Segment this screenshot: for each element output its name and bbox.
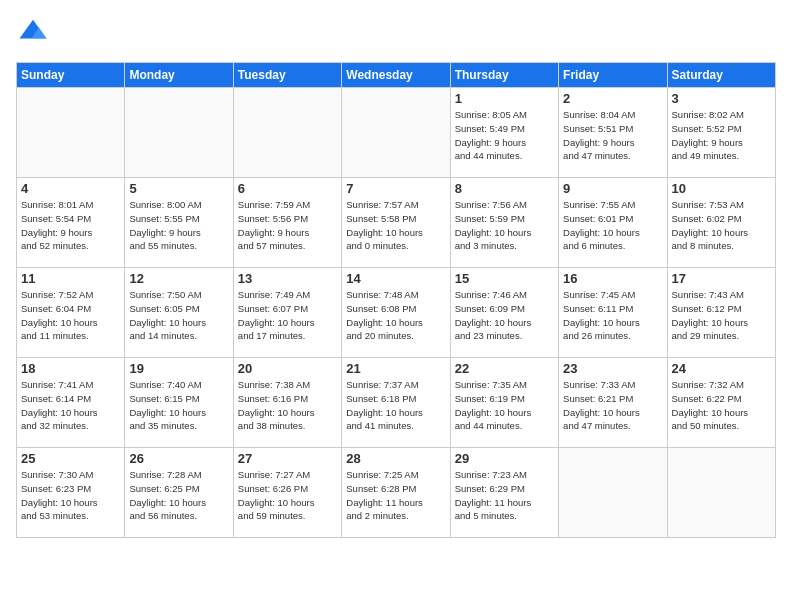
calendar-cell: 11Sunrise: 7:52 AMSunset: 6:04 PMDayligh… xyxy=(17,268,125,358)
day-number: 6 xyxy=(238,181,337,196)
day-number: 10 xyxy=(672,181,771,196)
day-info: Sunrise: 7:40 AMSunset: 6:15 PMDaylight:… xyxy=(129,378,228,433)
calendar-cell: 27Sunrise: 7:27 AMSunset: 6:26 PMDayligh… xyxy=(233,448,341,538)
day-number: 28 xyxy=(346,451,445,466)
calendar-cell xyxy=(559,448,667,538)
weekday-header: Friday xyxy=(559,63,667,88)
day-info: Sunrise: 7:35 AMSunset: 6:19 PMDaylight:… xyxy=(455,378,554,433)
day-info: Sunrise: 7:53 AMSunset: 6:02 PMDaylight:… xyxy=(672,198,771,253)
day-info: Sunrise: 7:41 AMSunset: 6:14 PMDaylight:… xyxy=(21,378,120,433)
calendar-cell: 8Sunrise: 7:56 AMSunset: 5:59 PMDaylight… xyxy=(450,178,558,268)
day-info: Sunrise: 8:01 AMSunset: 5:54 PMDaylight:… xyxy=(21,198,120,253)
day-number: 20 xyxy=(238,361,337,376)
day-number: 8 xyxy=(455,181,554,196)
calendar-week-row: 4Sunrise: 8:01 AMSunset: 5:54 PMDaylight… xyxy=(17,178,776,268)
calendar-cell: 9Sunrise: 7:55 AMSunset: 6:01 PMDaylight… xyxy=(559,178,667,268)
day-info: Sunrise: 8:04 AMSunset: 5:51 PMDaylight:… xyxy=(563,108,662,163)
logo-icon xyxy=(18,16,48,46)
day-info: Sunrise: 7:38 AMSunset: 6:16 PMDaylight:… xyxy=(238,378,337,433)
calendar-cell: 2Sunrise: 8:04 AMSunset: 5:51 PMDaylight… xyxy=(559,88,667,178)
calendar-cell: 16Sunrise: 7:45 AMSunset: 6:11 PMDayligh… xyxy=(559,268,667,358)
day-number: 22 xyxy=(455,361,554,376)
weekday-header: Wednesday xyxy=(342,63,450,88)
day-info: Sunrise: 7:52 AMSunset: 6:04 PMDaylight:… xyxy=(21,288,120,343)
day-info: Sunrise: 8:00 AMSunset: 5:55 PMDaylight:… xyxy=(129,198,228,253)
calendar-cell: 24Sunrise: 7:32 AMSunset: 6:22 PMDayligh… xyxy=(667,358,775,448)
weekday-header: Monday xyxy=(125,63,233,88)
calendar-cell: 13Sunrise: 7:49 AMSunset: 6:07 PMDayligh… xyxy=(233,268,341,358)
calendar-cell: 18Sunrise: 7:41 AMSunset: 6:14 PMDayligh… xyxy=(17,358,125,448)
calendar-cell: 25Sunrise: 7:30 AMSunset: 6:23 PMDayligh… xyxy=(17,448,125,538)
calendar-cell: 3Sunrise: 8:02 AMSunset: 5:52 PMDaylight… xyxy=(667,88,775,178)
day-number: 7 xyxy=(346,181,445,196)
day-info: Sunrise: 7:46 AMSunset: 6:09 PMDaylight:… xyxy=(455,288,554,343)
weekday-header: Tuesday xyxy=(233,63,341,88)
day-number: 14 xyxy=(346,271,445,286)
day-info: Sunrise: 7:28 AMSunset: 6:25 PMDaylight:… xyxy=(129,468,228,523)
day-info: Sunrise: 7:43 AMSunset: 6:12 PMDaylight:… xyxy=(672,288,771,343)
day-info: Sunrise: 8:05 AMSunset: 5:49 PMDaylight:… xyxy=(455,108,554,163)
page-header xyxy=(16,16,776,50)
day-number: 12 xyxy=(129,271,228,286)
day-info: Sunrise: 7:27 AMSunset: 6:26 PMDaylight:… xyxy=(238,468,337,523)
calendar-cell: 26Sunrise: 7:28 AMSunset: 6:25 PMDayligh… xyxy=(125,448,233,538)
day-number: 4 xyxy=(21,181,120,196)
calendar-cell: 29Sunrise: 7:23 AMSunset: 6:29 PMDayligh… xyxy=(450,448,558,538)
day-info: Sunrise: 7:45 AMSunset: 6:11 PMDaylight:… xyxy=(563,288,662,343)
weekday-header-row: SundayMondayTuesdayWednesdayThursdayFrid… xyxy=(17,63,776,88)
day-info: Sunrise: 7:25 AMSunset: 6:28 PMDaylight:… xyxy=(346,468,445,523)
day-info: Sunrise: 7:33 AMSunset: 6:21 PMDaylight:… xyxy=(563,378,662,433)
day-number: 11 xyxy=(21,271,120,286)
day-number: 16 xyxy=(563,271,662,286)
calendar-cell: 12Sunrise: 7:50 AMSunset: 6:05 PMDayligh… xyxy=(125,268,233,358)
day-number: 25 xyxy=(21,451,120,466)
calendar-cell: 5Sunrise: 8:00 AMSunset: 5:55 PMDaylight… xyxy=(125,178,233,268)
day-info: Sunrise: 7:48 AMSunset: 6:08 PMDaylight:… xyxy=(346,288,445,343)
day-number: 27 xyxy=(238,451,337,466)
calendar-week-row: 18Sunrise: 7:41 AMSunset: 6:14 PMDayligh… xyxy=(17,358,776,448)
calendar-cell: 7Sunrise: 7:57 AMSunset: 5:58 PMDaylight… xyxy=(342,178,450,268)
day-number: 1 xyxy=(455,91,554,106)
day-info: Sunrise: 7:57 AMSunset: 5:58 PMDaylight:… xyxy=(346,198,445,253)
weekday-header: Saturday xyxy=(667,63,775,88)
calendar-week-row: 11Sunrise: 7:52 AMSunset: 6:04 PMDayligh… xyxy=(17,268,776,358)
day-number: 29 xyxy=(455,451,554,466)
day-number: 3 xyxy=(672,91,771,106)
day-number: 15 xyxy=(455,271,554,286)
calendar-cell: 14Sunrise: 7:48 AMSunset: 6:08 PMDayligh… xyxy=(342,268,450,358)
day-info: Sunrise: 7:50 AMSunset: 6:05 PMDaylight:… xyxy=(129,288,228,343)
day-info: Sunrise: 7:59 AMSunset: 5:56 PMDaylight:… xyxy=(238,198,337,253)
calendar-cell: 23Sunrise: 7:33 AMSunset: 6:21 PMDayligh… xyxy=(559,358,667,448)
day-number: 17 xyxy=(672,271,771,286)
day-info: Sunrise: 7:49 AMSunset: 6:07 PMDaylight:… xyxy=(238,288,337,343)
calendar-cell xyxy=(125,88,233,178)
calendar-cell: 17Sunrise: 7:43 AMSunset: 6:12 PMDayligh… xyxy=(667,268,775,358)
calendar-cell: 4Sunrise: 8:01 AMSunset: 5:54 PMDaylight… xyxy=(17,178,125,268)
logo xyxy=(16,16,52,50)
calendar-cell: 28Sunrise: 7:25 AMSunset: 6:28 PMDayligh… xyxy=(342,448,450,538)
day-info: Sunrise: 7:56 AMSunset: 5:59 PMDaylight:… xyxy=(455,198,554,253)
calendar-cell: 19Sunrise: 7:40 AMSunset: 6:15 PMDayligh… xyxy=(125,358,233,448)
day-number: 5 xyxy=(129,181,228,196)
day-info: Sunrise: 7:30 AMSunset: 6:23 PMDaylight:… xyxy=(21,468,120,523)
calendar-cell: 21Sunrise: 7:37 AMSunset: 6:18 PMDayligh… xyxy=(342,358,450,448)
day-info: Sunrise: 7:55 AMSunset: 6:01 PMDaylight:… xyxy=(563,198,662,253)
day-number: 18 xyxy=(21,361,120,376)
weekday-header: Sunday xyxy=(17,63,125,88)
calendar-cell: 22Sunrise: 7:35 AMSunset: 6:19 PMDayligh… xyxy=(450,358,558,448)
day-number: 13 xyxy=(238,271,337,286)
calendar-cell: 20Sunrise: 7:38 AMSunset: 6:16 PMDayligh… xyxy=(233,358,341,448)
day-number: 24 xyxy=(672,361,771,376)
calendar-cell xyxy=(17,88,125,178)
calendar-cell: 10Sunrise: 7:53 AMSunset: 6:02 PMDayligh… xyxy=(667,178,775,268)
calendar-week-row: 25Sunrise: 7:30 AMSunset: 6:23 PMDayligh… xyxy=(17,448,776,538)
day-number: 23 xyxy=(563,361,662,376)
calendar-cell xyxy=(342,88,450,178)
calendar-table: SundayMondayTuesdayWednesdayThursdayFrid… xyxy=(16,62,776,538)
calendar-cell: 6Sunrise: 7:59 AMSunset: 5:56 PMDaylight… xyxy=(233,178,341,268)
calendar-week-row: 1Sunrise: 8:05 AMSunset: 5:49 PMDaylight… xyxy=(17,88,776,178)
day-number: 21 xyxy=(346,361,445,376)
day-info: Sunrise: 7:37 AMSunset: 6:18 PMDaylight:… xyxy=(346,378,445,433)
day-info: Sunrise: 8:02 AMSunset: 5:52 PMDaylight:… xyxy=(672,108,771,163)
day-info: Sunrise: 7:23 AMSunset: 6:29 PMDaylight:… xyxy=(455,468,554,523)
